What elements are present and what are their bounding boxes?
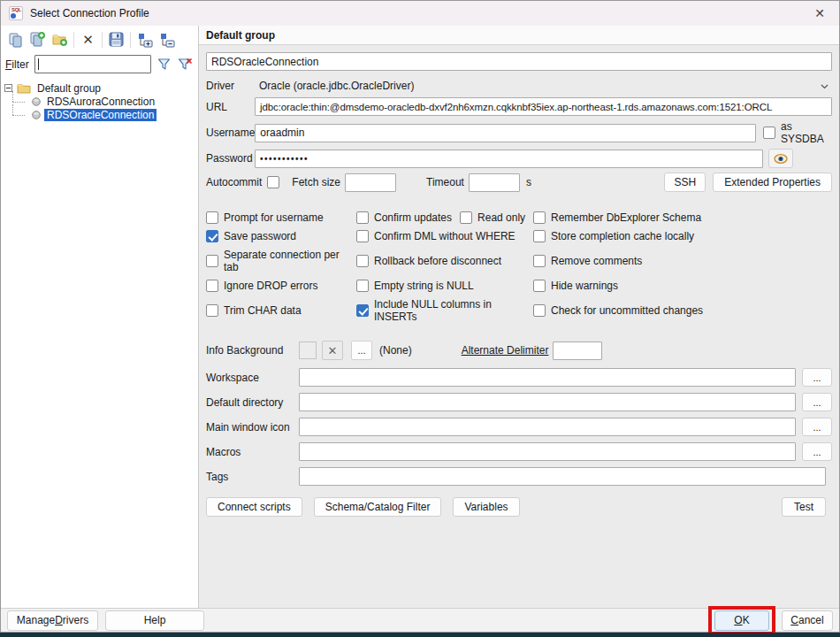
test-button[interactable]: Test: [782, 497, 826, 517]
pick-color-button[interactable]: ...: [351, 341, 372, 360]
dialog-body: ✕: [1, 26, 839, 608]
alternate-delimiter-input[interactable]: [553, 342, 602, 360]
autocommit-checkbox[interactable]: [267, 176, 279, 188]
checkbox-box: [356, 280, 369, 292]
info-background-label: Info Background: [206, 344, 299, 357]
workspace-browse-button[interactable]: ...: [802, 368, 832, 387]
alternate-delimiter-label: Alternate Delimiter: [462, 344, 549, 357]
checkbox-ignore-drop-errors[interactable]: Ignore DROP errors: [206, 280, 356, 292]
username-input[interactable]: oraadmin: [255, 124, 756, 142]
close-icon[interactable]: ✕: [800, 1, 839, 26]
default-directory-input[interactable]: [299, 393, 796, 411]
help-button[interactable]: Help: [105, 610, 204, 631]
checkbox-confirm-updates[interactable]: Confirm updates: [356, 211, 452, 224]
checkbox-check-for-uncommitted-changes[interactable]: Check for uncommitted changes: [533, 298, 832, 323]
tree-collapse-icon[interactable]: [4, 84, 12, 92]
button-label: ancel: [798, 614, 824, 626]
macros-input[interactable]: [299, 442, 796, 461]
clear-color-button[interactable]: ✕: [322, 341, 343, 360]
password-value: •••••••••••: [260, 154, 309, 164]
profile-list-panel: ✕: [1, 26, 199, 608]
delete-profile-button[interactable]: ✕: [77, 29, 99, 50]
checkbox-save-password[interactable]: Save password: [206, 230, 356, 242]
apply-filter-icon[interactable]: [157, 58, 171, 71]
checkbox-remove-comments[interactable]: Remove comments: [533, 249, 832, 273]
username-row: Username oraadmin as SYSDBA: [206, 120, 832, 145]
dialog-footer: Manage Drivers Help OK Cancel: [1, 608, 839, 632]
checkbox-box: [206, 304, 218, 317]
checkbox-remember-dbexplorer-schema[interactable]: Remember DbExplorer Schema: [533, 211, 832, 224]
expand-groups-button[interactable]: [134, 29, 156, 50]
main-window-icon-label: Main window icon: [206, 421, 299, 434]
checkbox-label: Include NULL columns in INSERTs: [374, 298, 533, 323]
manage-drivers-button[interactable]: Manage Drivers: [7, 610, 98, 631]
password-input[interactable]: •••••••••••: [255, 150, 763, 168]
ok-button[interactable]: OK: [714, 610, 769, 631]
checkbox-separate-connection-per-tab[interactable]: Separate connection per tab: [206, 249, 356, 273]
as-sysdba-label: as SYSDBA: [781, 120, 832, 145]
button-label: rivers: [63, 614, 88, 626]
checkbox-empty-string-is-null[interactable]: Empty string is NULL: [356, 280, 533, 292]
tree-profile-row[interactable]: RDSAuroraConnection: [4, 95, 196, 108]
profile-name-input[interactable]: RDSOracleConnection: [206, 52, 832, 71]
timeout-input[interactable]: [469, 173, 520, 192]
button-mnemonic: D: [55, 614, 63, 626]
checkbox-trim-char-data[interactable]: Trim CHAR data: [206, 298, 356, 323]
checkbox-hide-warnings[interactable]: Hide warnings: [533, 280, 832, 292]
show-password-button[interactable]: [768, 149, 793, 168]
checkbox-box: [206, 255, 218, 267]
checkbox-store-completion-cache-locally[interactable]: Store completion cache locally: [533, 230, 832, 242]
as-sysdba-checkbox[interactable]: as SYSDBA: [763, 120, 832, 145]
variables-button[interactable]: Variables: [453, 497, 519, 517]
new-profile-button[interactable]: [4, 29, 27, 50]
save-profiles-button[interactable]: [105, 29, 127, 50]
fetch-size-input[interactable]: [345, 173, 396, 192]
copy-profile-icon: [8, 32, 24, 48]
new-group-button[interactable]: [49, 29, 71, 50]
schema-catalog-filter-button[interactable]: Schema/Catalog Filter: [314, 497, 442, 517]
checkbox-box: [533, 280, 546, 292]
info-background-swatch[interactable]: [299, 342, 317, 359]
checkbox-confirm-dml-without-where[interactable]: Confirm DML without WHERE: [356, 230, 533, 242]
cancel-button[interactable]: Cancel: [782, 610, 833, 631]
checkbox-prompt-for-username[interactable]: Prompt for username: [206, 211, 356, 224]
collapse-groups-button[interactable]: [156, 29, 178, 50]
toolbar-separator: [102, 32, 103, 48]
extended-properties-button[interactable]: Extended Properties: [713, 173, 832, 192]
tree-group-row[interactable]: Default group: [4, 81, 196, 95]
driver-select[interactable]: Oracle (oracle.jdbc.OracleDriver): [255, 80, 832, 92]
default-directory-browse-button[interactable]: ...: [802, 393, 832, 411]
main-window-icon-input[interactable]: [299, 418, 796, 436]
ssh-button[interactable]: SSH: [664, 173, 706, 192]
expand-tree-icon: [137, 32, 153, 48]
info-background-row: Info Background ✕ ... (None) Alternate D…: [206, 341, 832, 360]
tree-group-label: Default group: [34, 82, 103, 95]
checkbox-box: [533, 255, 546, 267]
url-input[interactable]: jdbc:oracle:thin:@dmsdemo-oracledb-dxvf2…: [255, 97, 832, 116]
checkbox-include-null-columns-in-inserts[interactable]: Include NULL columns in INSERTs: [356, 298, 533, 323]
checkbox-box: [267, 176, 279, 188]
copy-profile-button[interactable]: [27, 29, 49, 50]
timeout-label: Timeout: [426, 176, 464, 188]
clear-filter-icon[interactable]: [178, 58, 193, 71]
folder-icon: [17, 83, 31, 94]
macros-browse-button[interactable]: ...: [802, 442, 832, 461]
driver-value: Oracle (oracle.jdbc.OracleDriver): [259, 80, 414, 92]
tree-profile-row[interactable]: RDSOracleConnection: [4, 108, 196, 121]
main-window-icon-browse-button[interactable]: ...: [802, 418, 832, 436]
checkbox-rollback-before-disconnect[interactable]: Rollback before disconnect: [356, 249, 533, 273]
checkbox-label: Read only: [477, 211, 525, 224]
filter-input[interactable]: [34, 55, 151, 73]
tree-profile-label: RDSAuroraConnection: [44, 96, 157, 108]
checkbox-box: [533, 304, 546, 317]
checkbox-box: [206, 230, 218, 242]
macros-row: Macros ...: [206, 442, 832, 461]
info-background-value: (None): [379, 344, 412, 357]
checkbox-label: Confirm updates: [374, 211, 452, 224]
checkbox-read-only[interactable]: Read only: [460, 211, 525, 224]
tags-input[interactable]: [299, 467, 826, 486]
checkbox-box: [533, 230, 546, 242]
save-icon: [109, 32, 124, 47]
workspace-input[interactable]: [299, 368, 796, 387]
connect-scripts-button[interactable]: Connect scripts: [206, 497, 302, 517]
